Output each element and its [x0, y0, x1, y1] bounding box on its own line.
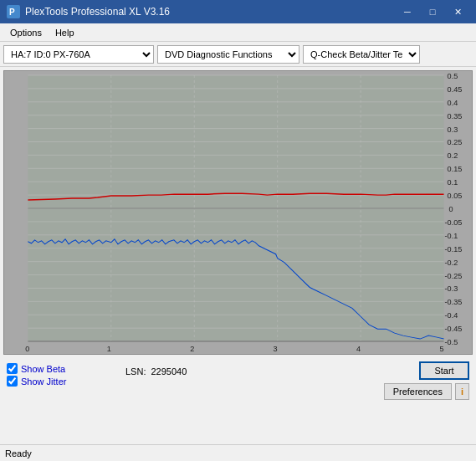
status-text: Ready: [5, 448, 32, 458]
start-button[interactable]: Start: [419, 361, 469, 380]
svg-text:0.05: 0.05: [448, 192, 463, 200]
title-bar: P PlexTools Professional XL V3.16 ─ □ ✕: [0, 0, 476, 23]
function-select[interactable]: DVD Diagnostic Functions: [157, 45, 299, 64]
svg-text:0.2: 0.2: [448, 151, 458, 160]
svg-text:0.5: 0.5: [448, 72, 458, 80]
svg-text:0.1: 0.1: [448, 178, 458, 187]
svg-text:-0.1: -0.1: [445, 232, 458, 240]
svg-text:5: 5: [439, 345, 443, 353]
info-button[interactable]: i: [455, 383, 469, 400]
pref-info-row: Preferences i: [384, 383, 469, 400]
svg-text:-0.15: -0.15: [445, 245, 463, 254]
window-controls: ─ □ ✕: [396, 3, 469, 20]
right-buttons: Start Preferences i: [384, 361, 469, 400]
drive-select[interactable]: HA:7 ID:0 PX-760A: [3, 45, 154, 64]
svg-text:0.3: 0.3: [448, 125, 458, 134]
lsn-label: LSN:: [125, 366, 146, 376]
maximize-button[interactable]: □: [421, 3, 444, 20]
show-beta-label: Show Beta: [21, 364, 65, 374]
app-icon: P: [7, 5, 20, 18]
preferences-button[interactable]: Preferences: [384, 383, 452, 400]
show-jitter-label: Show Jitter: [21, 376, 66, 387]
window-title: PlexTools Professional XL V3.16: [25, 6, 396, 18]
svg-text:-0.2: -0.2: [445, 259, 458, 267]
svg-text:-0.5: -0.5: [445, 338, 458, 346]
show-beta-row: Show Beta: [7, 363, 66, 374]
svg-text:2: 2: [190, 345, 194, 353]
svg-text:-0.45: -0.45: [445, 325, 463, 333]
svg-text:P: P: [9, 8, 15, 17]
svg-text:0.4: 0.4: [448, 99, 458, 107]
left-controls: Show Beta Show Jitter: [7, 363, 66, 388]
svg-text:0: 0: [25, 345, 29, 353]
menu-options[interactable]: Options: [3, 26, 49, 39]
test-select[interactable]: Q-Check Beta/Jitter Test: [303, 45, 420, 64]
lsn-value: 2295040: [151, 366, 187, 376]
svg-text:-0.4: -0.4: [445, 311, 458, 320]
menu-help[interactable]: Help: [49, 26, 81, 39]
svg-text:-0.3: -0.3: [445, 285, 458, 294]
status-bar: Ready: [0, 444, 476, 461]
chart-area: High Low: [3, 70, 473, 355]
svg-text:0: 0: [449, 205, 453, 213]
svg-text:4: 4: [356, 345, 361, 353]
svg-text:0.45: 0.45: [448, 85, 463, 94]
svg-text:-0.25: -0.25: [445, 272, 463, 280]
toolbar: HA:7 ID:0 PX-760A DVD Diagnostic Functio…: [0, 42, 476, 67]
svg-text:0.15: 0.15: [448, 165, 463, 173]
lsn-area: LSN: 2295040: [125, 366, 187, 376]
svg-text:-0.05: -0.05: [445, 218, 463, 227]
show-jitter-checkbox[interactable]: [7, 376, 18, 387]
bottom-controls: Show Beta Show Jitter LSN: 2295040 Start…: [0, 358, 476, 421]
close-button[interactable]: ✕: [446, 3, 469, 20]
chart-svg: 0.5 0.45 0.4 0.35 0.3 0.25 0.2 0.15 0.1 …: [4, 71, 472, 354]
svg-text:0.35: 0.35: [448, 112, 463, 120]
show-jitter-row: Show Jitter: [7, 376, 66, 387]
svg-text:0.25: 0.25: [448, 139, 463, 147]
show-beta-checkbox[interactable]: [7, 363, 18, 374]
svg-text:3: 3: [274, 345, 278, 353]
svg-text:-0.35: -0.35: [445, 298, 463, 306]
minimize-button[interactable]: ─: [396, 3, 419, 20]
svg-text:1: 1: [107, 345, 111, 353]
menu-bar: Options Help: [0, 23, 476, 42]
